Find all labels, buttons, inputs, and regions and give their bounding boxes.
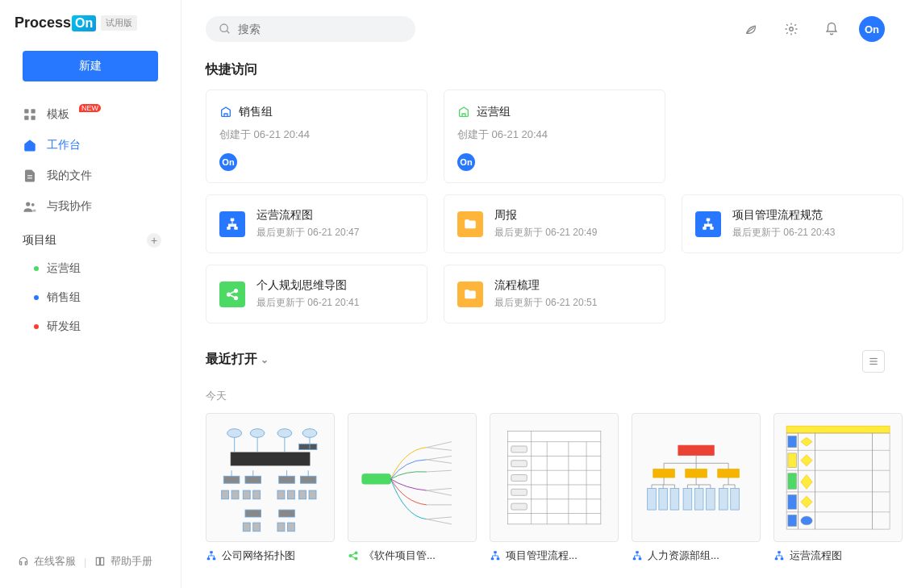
help-link[interactable]: 帮助手册 — [94, 554, 152, 569]
svg-rect-3 — [31, 116, 35, 120]
svg-rect-13 — [234, 227, 238, 230]
quick-access-title: 快捷访问 — [206, 61, 885, 78]
svg-rect-86 — [511, 489, 527, 495]
nav-collab[interactable]: 与我协作 — [0, 191, 181, 222]
collab-icon — [23, 199, 37, 214]
flowchart-icon — [206, 550, 217, 561]
svg-point-26 — [302, 429, 317, 438]
svg-rect-55 — [210, 551, 213, 553]
group-item-2[interactable]: 研发组 — [0, 312, 181, 341]
nav-label: 模板 — [47, 107, 69, 122]
nav-templates[interactable]: 模板 NEW — [0, 99, 181, 130]
group-item-1[interactable]: 销售组 — [0, 283, 181, 312]
group-item-0[interactable]: 运营组 — [0, 254, 181, 283]
file-card-4[interactable]: 流程梳理 最后更新于 06-21 20:51 — [444, 265, 665, 323]
thumbnail — [348, 413, 477, 542]
recent-card-2[interactable]: 项目管理流程... — [490, 413, 619, 563]
svg-point-10 — [790, 27, 794, 31]
svg-rect-27 — [231, 452, 310, 465]
leaf-icon[interactable] — [738, 16, 764, 42]
thumbnail — [490, 413, 619, 542]
svg-rect-134 — [788, 436, 797, 447]
search-box[interactable] — [206, 16, 415, 42]
nav-label: 与我协作 — [47, 199, 92, 214]
svg-rect-14 — [707, 218, 711, 221]
view-toggle-button[interactable] — [862, 350, 885, 373]
list-icon — [868, 356, 879, 367]
svg-point-23 — [227, 429, 242, 438]
svg-rect-5 — [27, 177, 32, 178]
svg-rect-83 — [511, 446, 527, 452]
group-name: 销售组 — [239, 105, 273, 119]
sidebar-footer: 在线客服 | 帮助手册 — [0, 543, 181, 580]
trial-badge: 试用版 — [101, 15, 137, 31]
recent-row: 公司网络拓扑图 《软件项目管... — [206, 413, 885, 563]
new-button[interactable]: 新建 — [23, 51, 158, 81]
main: On 快捷访问 销售组 创建于 06-21 20:44 On 运营组 — [181, 0, 909, 588]
chevron-down-icon: ⌄ — [261, 354, 269, 365]
nav-workspace[interactable]: 工作台 — [0, 130, 181, 161]
quick-group-card-1[interactable]: 运营组 创建于 06-21 20:44 On — [444, 90, 665, 183]
mindmap-icon — [348, 550, 359, 561]
svg-rect-93 — [686, 469, 707, 477]
recent-card-3[interactable]: 人力资源部组... — [632, 413, 761, 563]
file-card-3[interactable]: 个人规划思维导图 最后更新于 06-21 20:41 — [206, 265, 427, 323]
bell-icon[interactable] — [819, 16, 844, 42]
svg-rect-122 — [636, 551, 639, 553]
svg-point-7 — [31, 203, 35, 206]
search-input[interactable] — [238, 23, 402, 35]
dot-icon — [34, 324, 39, 329]
svg-rect-33 — [223, 476, 240, 483]
group-meta: 创建于 06-21 20:44 — [219, 127, 414, 142]
flowchart-icon — [695, 211, 721, 237]
svg-line-61 — [427, 456, 452, 459]
flowchart-icon — [490, 550, 501, 561]
svg-rect-90 — [497, 557, 500, 560]
svg-rect-85 — [511, 474, 527, 481]
gear-icon[interactable] — [778, 16, 804, 42]
quick-group-card-0[interactable]: 销售组 创建于 06-21 20:44 On — [206, 90, 427, 183]
svg-rect-146 — [781, 557, 784, 560]
thumbnail — [773, 413, 903, 542]
svg-marker-139 — [801, 437, 812, 446]
svg-rect-16 — [710, 227, 714, 230]
svg-rect-135 — [788, 453, 797, 468]
svg-point-25 — [277, 429, 292, 438]
group-meta: 创建于 06-21 20:44 — [457, 127, 652, 142]
file-card-0[interactable]: 运营流程图 最后更新于 06-21 20:47 — [206, 194, 427, 253]
files-icon — [23, 169, 37, 183]
recent-card-0[interactable]: 公司网络拓扑图 — [206, 413, 335, 563]
svg-rect-101 — [659, 488, 668, 510]
svg-rect-50 — [279, 510, 295, 517]
svg-rect-58 — [362, 474, 391, 484]
svg-rect-92 — [653, 469, 675, 477]
flowchart-icon — [219, 211, 245, 237]
group-avatar: On — [457, 153, 475, 171]
avatar[interactable]: On — [859, 16, 885, 42]
svg-rect-129 — [873, 433, 890, 529]
svg-rect-91 — [678, 445, 714, 455]
svg-rect-11 — [231, 218, 235, 221]
logo-text: ProcessOn — [15, 15, 96, 31]
svg-rect-84 — [511, 461, 527, 467]
svg-point-8 — [220, 24, 227, 31]
svg-rect-44 — [253, 490, 261, 499]
nav-files[interactable]: 我的文件 — [0, 161, 181, 191]
file-meta: 最后更新于 06-21 20:49 — [494, 226, 652, 240]
svg-line-9 — [227, 31, 229, 33]
svg-marker-141 — [801, 474, 812, 489]
file-card-2[interactable]: 项目管理流程规范 最后更新于 06-21 20:43 — [682, 194, 903, 253]
file-card-1[interactable]: 周报 最后更新于 06-21 20:49 — [444, 194, 665, 253]
svg-rect-145 — [775, 557, 778, 560]
svg-rect-49 — [245, 510, 261, 517]
svg-line-63 — [427, 470, 452, 472]
support-link[interactable]: 在线客服 — [18, 554, 76, 569]
svg-rect-46 — [287, 490, 294, 499]
recent-card-4[interactable]: 运营流程图 — [773, 413, 903, 563]
recent-title[interactable]: 最近打开⌄ — [206, 351, 269, 368]
groups-header: 项目组 + — [0, 222, 181, 254]
folder-icon — [457, 281, 483, 307]
recent-card-1[interactable]: 《软件项目管... — [348, 413, 477, 563]
add-group-button[interactable]: + — [147, 233, 161, 248]
svg-point-143 — [801, 516, 812, 525]
